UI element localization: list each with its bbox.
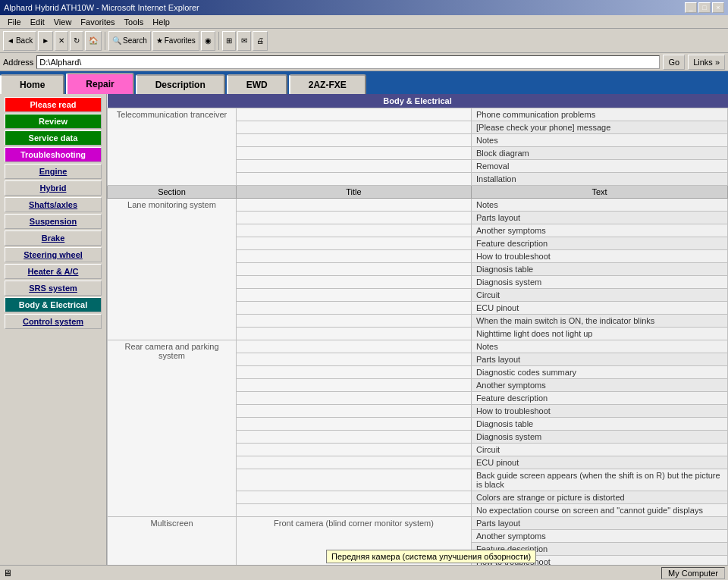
text-cell[interactable]: Diagnostic codes summary (472, 366, 728, 379)
text-cell[interactable]: Installation (472, 173, 728, 186)
section-cell-lane: Lane monitoring system (108, 199, 237, 340)
text-cell[interactable]: Diagnosis system (472, 431, 728, 444)
col-title: Title (237, 186, 472, 199)
text-cell[interactable]: Feature description (472, 392, 728, 405)
text-cell[interactable]: ECU pinout (472, 302, 728, 315)
sidebar-btn-troubleshooting[interactable]: Troubleshooting (5, 147, 102, 162)
home-button[interactable]: 🏠 (85, 31, 102, 51)
title-bar-buttons[interactable]: _ □ × (685, 2, 724, 13)
sidebar-btn-brake[interactable]: Brake (5, 230, 102, 246)
table-row: Telecommunication tranceiver Phone commu… (108, 108, 728, 121)
text-cell[interactable]: Parts layout (472, 212, 728, 224)
media-button[interactable]: ◉ (201, 31, 215, 51)
search-icon: 🔍 (112, 36, 121, 45)
sidebar-btn-shafts-axles[interactable]: Shafts/axles (5, 197, 102, 212)
text-cell[interactable]: Notes (472, 134, 728, 147)
toolbar-separator (105, 32, 105, 50)
tab-home[interactable]: Home (0, 74, 64, 94)
text-cell[interactable]: Parts layout (472, 353, 728, 366)
print-button[interactable]: 🖨 (253, 31, 268, 51)
title-bar: Alphard Hybrid ATH10W - Microsoft Intern… (0, 0, 728, 15)
text-cell[interactable]: How to troubleshoot (472, 250, 728, 263)
menu-file[interactable]: File (3, 17, 26, 27)
text-cell[interactable]: Feature description (472, 237, 728, 250)
minimize-button[interactable]: _ (685, 2, 697, 13)
text-cell[interactable]: No expectation course on screen and "can… (472, 504, 728, 517)
text-cell[interactable]: Colors are strange or picture is distort… (472, 491, 728, 504)
links-button[interactable]: Links » (688, 55, 725, 70)
title-cell (237, 353, 472, 366)
text-cell[interactable]: Diagnosis system (472, 276, 728, 289)
table-row: Multiscreen Front camera (blind corner m… (108, 517, 728, 530)
sidebar-btn-steering-wheel[interactable]: Steering wheel (5, 247, 102, 262)
menu-favorites[interactable]: Favorites (76, 17, 119, 27)
sidebar-btn-service-data[interactable]: Service data (5, 130, 102, 146)
text-cell[interactable]: ECU pinout (472, 456, 728, 469)
search-button[interactable]: 🔍 Search (108, 31, 151, 51)
text-cell[interactable]: Diagnosis table (472, 418, 728, 431)
sidebar-btn-srs-system[interactable]: SRS system (5, 281, 102, 296)
address-input[interactable] (36, 55, 660, 69)
title-cell (237, 250, 472, 263)
sidebar-btn-heater-ac[interactable]: Heater & A/C (5, 264, 102, 279)
main-content[interactable]: Body & Electrical Telecommunication tran… (106, 94, 728, 565)
tab-ewd[interactable]: EWD (227, 74, 287, 94)
text-cell[interactable]: Block diagram (472, 147, 728, 160)
back-icon: ◄ (7, 36, 14, 45)
sidebar-btn-engine[interactable]: Engine (5, 164, 102, 179)
forward-button[interactable]: ► (38, 31, 53, 51)
refresh-button[interactable]: ↻ (70, 31, 83, 51)
nav-tabs: Home Repair Description EWD 2AZ-FXE (0, 71, 728, 94)
menu-tools[interactable]: Tools (120, 17, 149, 27)
menu-help[interactable]: Help (148, 17, 174, 27)
stop-button[interactable]: ✕ (55, 31, 68, 51)
text-cell[interactable]: Circuit (472, 289, 728, 302)
tab-description[interactable]: Description (136, 74, 225, 94)
sidebar-btn-hybrid[interactable]: Hybrid (5, 180, 102, 196)
star-icon: ★ (156, 36, 163, 45)
text-cell[interactable]: Notes (472, 199, 728, 212)
go-button[interactable]: Go (663, 55, 685, 70)
text-cell[interactable]: Notes (472, 340, 728, 353)
title-cell (237, 160, 472, 173)
sidebar-btn-suspension[interactable]: Suspension (5, 214, 102, 229)
sidebar-btn-control-system[interactable]: Control system (5, 314, 102, 329)
title-cell (237, 121, 472, 134)
text-cell[interactable]: Another symptoms (472, 224, 728, 237)
text-cell[interactable]: Parts layout (472, 517, 728, 530)
menu-bar: File Edit View Favorites Tools Help (0, 15, 728, 29)
text-cell[interactable]: How to troubleshoot (472, 405, 728, 418)
sidebar-btn-please-read[interactable]: Please read (5, 97, 102, 112)
history-button[interactable]: ⊞ (222, 31, 236, 51)
sidebar-btn-review[interactable]: Review (5, 114, 102, 129)
text-cell[interactable]: Circuit (472, 444, 728, 456)
text-cell[interactable]: Nighttime light does not light up (472, 328, 728, 340)
maximize-button[interactable]: □ (698, 2, 711, 13)
menu-edit[interactable]: Edit (26, 17, 49, 27)
back-label: Back (16, 36, 33, 45)
text-cell[interactable]: Phone communication problems (472, 108, 728, 121)
tab-repair[interactable]: Repair (66, 73, 133, 94)
menu-view[interactable]: View (49, 17, 77, 27)
text-cell[interactable]: Another symptoms (472, 379, 728, 392)
title-cell (237, 134, 472, 147)
title-cell (237, 315, 472, 328)
sidebar-btn-body-electrical[interactable]: Body & Electrical (5, 297, 102, 312)
text-cell[interactable]: Removal (472, 160, 728, 173)
text-cell[interactable]: Diagnosis table (472, 263, 728, 276)
mail-button[interactable]: ✉ (237, 31, 251, 51)
title-cell (237, 366, 472, 379)
text-cell[interactable]: When the main switch is ON, the indicato… (472, 315, 728, 328)
text-cell[interactable]: Another symptoms (472, 530, 728, 543)
tab-2az-fxe[interactable]: 2AZ-FXE (289, 74, 366, 94)
favorites-button[interactable]: ★ Favorites (152, 31, 199, 51)
text-cell[interactable]: Back guide screen appears (when the shif… (472, 469, 728, 491)
section-header: Body & Electrical (108, 94, 728, 108)
table-row: Lane monitoring system Notes (108, 199, 728, 212)
text-cell[interactable]: [Please check your phone] message (472, 121, 728, 134)
favorites-label: Favorites (165, 36, 196, 45)
status-tooltip: Передняя камера (система улучшения обзор… (326, 550, 536, 563)
title-cell (237, 108, 472, 121)
close-button[interactable]: × (712, 2, 724, 13)
back-button[interactable]: ◄ Back (3, 31, 36, 51)
